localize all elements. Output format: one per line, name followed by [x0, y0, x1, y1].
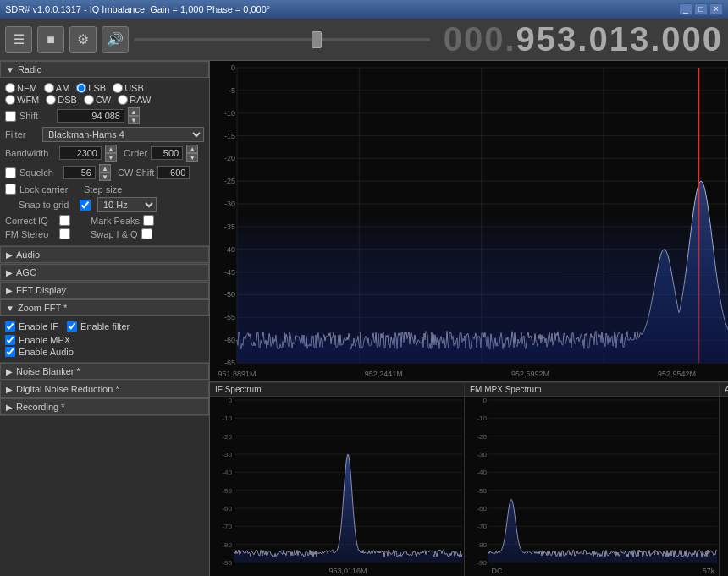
- mpx-spectrum-body: [465, 397, 719, 576]
- squelch-input[interactable]: [63, 166, 96, 179]
- order-input[interactable]: [151, 146, 183, 160]
- filter-row: Filter Blackman-Hams 4 Hamming Hann Blac…: [5, 127, 204, 142]
- shift-spinner: ▲ ▼: [128, 107, 140, 124]
- fft-section-label: FFT Display: [16, 285, 66, 295]
- bw-down[interactable]: ▼: [105, 153, 117, 162]
- enable-filter-row: Enable filter: [67, 321, 130, 332]
- freq-slider-area: [134, 26, 430, 53]
- freq-slider-thumb[interactable]: [312, 31, 322, 48]
- squelch-checkbox[interactable]: [5, 167, 16, 178]
- noiseblanker-section-header[interactable]: ▶ Noise Blanker *: [0, 363, 209, 380]
- right-panel: IF Spectrum FM MPX Spectrum Audio Spectr…: [210, 61, 728, 576]
- zoomfft-section-label: Zoom FFT *: [18, 303, 67, 313]
- squelch-up[interactable]: ▲: [99, 164, 111, 173]
- shift-down[interactable]: ▼: [128, 116, 140, 124]
- if-spectrum-body: [210, 397, 464, 576]
- cwshift-label: CW Shift: [118, 167, 154, 178]
- mode-lsb-radio[interactable]: [76, 83, 86, 93]
- enable-mpx-checkbox[interactable]: [5, 335, 15, 345]
- noiseblanker-section: ▶ Noise Blanker *: [0, 363, 209, 381]
- freq-dim: 000.: [444, 20, 516, 58]
- volume-button[interactable]: 🔊: [102, 26, 129, 53]
- mode-am-label: AM: [56, 83, 70, 93]
- swapiq-checkbox[interactable]: [141, 228, 152, 239]
- settings-button[interactable]: ⚙: [69, 26, 97, 53]
- mode-lsb[interactable]: LSB: [76, 83, 106, 93]
- mode-nfm-label: NFM: [17, 83, 37, 93]
- mode-wfm-radio[interactable]: [5, 95, 15, 105]
- enable-if-label: Enable IF: [19, 321, 58, 332]
- fmstereo-label: FM Stereo: [5, 229, 56, 239]
- audio-section-label: Audio: [16, 250, 40, 260]
- mode-am-radio[interactable]: [44, 83, 54, 93]
- minimize-button[interactable]: _: [679, 3, 692, 15]
- titlebar: SDR# v1.0.0.1317 - IQ Imbalance: Gain = …: [0, 0, 728, 19]
- mode-row-1: NFM AM LSB USB: [5, 83, 204, 93]
- mode-nfm-radio[interactable]: [5, 83, 15, 93]
- shift-checkbox[interactable]: [5, 111, 16, 122]
- stop-button[interactable]: ■: [37, 26, 64, 53]
- recording-section-label: Recording *: [16, 402, 64, 412]
- zoomfft-section-header[interactable]: ▼ Zoom FFT *: [0, 299, 209, 316]
- audio-section-header[interactable]: ▶ Audio: [0, 246, 209, 263]
- dnr-section-header[interactable]: ▶ Digital Noise Reduction *: [0, 381, 209, 398]
- mode-raw[interactable]: RAW: [118, 95, 151, 105]
- enable-filter-checkbox[interactable]: [67, 321, 77, 332]
- fmstereo-checkbox[interactable]: [59, 228, 70, 239]
- stepsize-select[interactable]: 10 Hz 1 Hz 100 Hz 1 kHz: [97, 197, 157, 212]
- enable-audio-checkbox[interactable]: [5, 347, 15, 357]
- enable-audio-row: Enable Audio: [5, 347, 204, 357]
- bw-spinner: ▲ ▼: [105, 145, 117, 162]
- squelch-down[interactable]: ▼: [99, 173, 111, 181]
- enable-if-checkbox[interactable]: [5, 321, 15, 332]
- maximize-button[interactable]: □: [694, 3, 708, 15]
- lockcarrier-label: Lock carrier: [19, 184, 77, 195]
- order-label: Order: [124, 148, 147, 158]
- mode-nfm[interactable]: NFM: [5, 83, 37, 93]
- correctiq-markpeaks-row: Correct IQ Mark Peaks: [5, 215, 204, 226]
- fft-section-header[interactable]: ▶ FFT Display: [0, 282, 209, 299]
- snaptogrid-checkbox[interactable]: [80, 200, 91, 211]
- close-button[interactable]: ×: [709, 3, 723, 15]
- bw-up[interactable]: ▲: [105, 145, 117, 153]
- cwshift-input[interactable]: [157, 166, 190, 179]
- shift-label: Shift: [19, 111, 53, 121]
- mode-usb[interactable]: USB: [113, 83, 144, 93]
- main-area: ▼ Radio NFM AM LSB: [0, 61, 728, 576]
- mode-am[interactable]: AM: [44, 83, 70, 93]
- shift-input[interactable]: [57, 109, 124, 123]
- filter-select[interactable]: Blackman-Hams 4 Hamming Hann Blackman: [42, 127, 204, 142]
- mode-dsb[interactable]: DSB: [46, 95, 77, 105]
- mode-cw[interactable]: CW: [84, 95, 111, 105]
- stepsize-input-row: Snap to grid 10 Hz 1 Hz 100 Hz 1 kHz: [19, 197, 204, 212]
- spectrum-main: [210, 61, 728, 382]
- mode-cw-radio[interactable]: [84, 95, 94, 105]
- if-spectrum-canvas: [210, 397, 464, 576]
- spectrum-bottom: IF Spectrum FM MPX Spectrum Audio Spectr…: [210, 382, 728, 576]
- mode-row-2: WFM DSB CW RAW: [5, 95, 204, 105]
- mode-usb-radio[interactable]: [113, 83, 123, 93]
- dnr-section: ▶ Digital Noise Reduction *: [0, 381, 209, 398]
- mode-wfm-label: WFM: [17, 95, 39, 105]
- mode-raw-radio[interactable]: [118, 95, 128, 105]
- mode-dsb-radio[interactable]: [46, 95, 56, 105]
- radio-section-header[interactable]: ▼ Radio: [0, 61, 209, 78]
- correctiq-checkbox[interactable]: [59, 215, 70, 226]
- bandwidth-input[interactable]: [59, 146, 102, 160]
- mode-wfm[interactable]: WFM: [5, 95, 39, 105]
- freq-display: 000.953.013.000: [444, 20, 723, 58]
- audio-arrow: ▶: [6, 250, 13, 260]
- recording-section-header[interactable]: ▶ Recording *: [0, 398, 209, 415]
- radio-section-content: NFM AM LSB USB: [0, 78, 209, 245]
- freq-slider-track[interactable]: [134, 38, 430, 41]
- agc-section-header[interactable]: ▶ AGC: [0, 264, 209, 281]
- order-up[interactable]: ▲: [186, 145, 198, 153]
- shift-up[interactable]: ▲: [128, 107, 140, 116]
- order-spinner: ▲ ▼: [186, 145, 198, 162]
- swapiq-label: Swap I & Q: [91, 229, 138, 239]
- lockcarrier-checkbox[interactable]: [5, 184, 16, 195]
- order-down[interactable]: ▼: [186, 153, 198, 162]
- markpeaks-checkbox[interactable]: [143, 215, 154, 226]
- menu-button[interactable]: ☰: [5, 26, 32, 53]
- audio-spectrum-canvas: [720, 397, 728, 576]
